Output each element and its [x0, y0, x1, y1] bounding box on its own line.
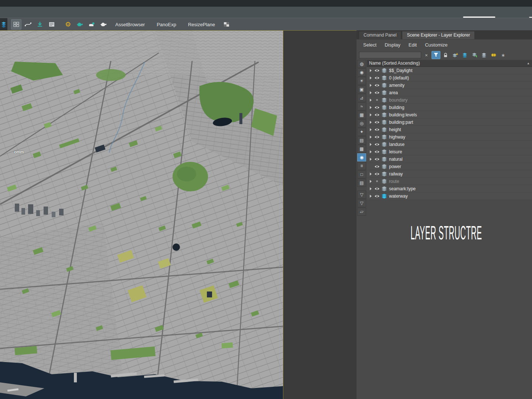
cameras-filter-icon[interactable]: ▣	[357, 85, 366, 93]
panel-handle[interactable]	[0, 18, 7, 31]
layer-name[interactable]: building:levels	[389, 112, 417, 117]
menu-display[interactable]: Display	[385, 42, 400, 48]
layer-name[interactable]: highway	[389, 134, 405, 140]
import-button[interactable]	[35, 19, 45, 30]
grid-view-button[interactable]	[11, 19, 21, 30]
layer-row[interactable]: building	[367, 104, 532, 111]
expand-arrow-icon[interactable]	[370, 91, 372, 94]
layer-name[interactable]: seamark:type	[389, 186, 416, 191]
expand-arrow-icon[interactable]	[370, 99, 372, 102]
settings-gear-button[interactable]: ⚙	[63, 19, 73, 30]
render-teapot-teal-button[interactable]	[75, 19, 85, 30]
expand-arrow-icon[interactable]	[370, 121, 372, 124]
spacewarps-filter-icon[interactable]: ≈	[357, 102, 366, 110]
list-header[interactable]: Name (Sorted Ascending) ▲	[367, 60, 532, 67]
layer-row[interactable]: building:levels	[367, 111, 532, 119]
layer-row[interactable]: power	[367, 163, 532, 170]
groups-filter-icon[interactable]: ▦	[357, 111, 366, 119]
menu-select[interactable]: Select	[363, 42, 376, 48]
layer-name[interactable]: height	[389, 127, 401, 132]
resize-plane-button[interactable]: ResizePlane	[184, 20, 219, 30]
expand-arrow-icon[interactable]	[370, 150, 372, 153]
visibility-toggle[interactable]	[374, 91, 381, 95]
layer-row[interactable]: landuse	[367, 141, 532, 148]
layer-row[interactable]: $$_Daylight	[367, 67, 532, 74]
tab-command-panel[interactable]: Command Panel	[359, 31, 401, 39]
layer-row[interactable]: seamark:type	[367, 185, 532, 192]
layer-row[interactable]: area	[367, 89, 532, 96]
snowflake-button[interactable]: ∗	[499, 51, 508, 59]
clear-search-button[interactable]: ×	[422, 51, 431, 59]
spreadsheet-button[interactable]	[47, 19, 57, 30]
layer-row[interactable]: leisure	[367, 148, 532, 156]
tab-scene-explorer-layer-explorer[interactable]: Scene Explorer - Layer Explorer	[402, 31, 475, 39]
clear-filter-icon[interactable]: ▽	[357, 191, 366, 199]
layer-name[interactable]: amenity	[389, 83, 405, 88]
add-to-layer-button[interactable]	[470, 51, 479, 59]
expand-arrow-icon[interactable]	[370, 69, 372, 72]
pano-exp-button[interactable]: PanoExp	[153, 20, 180, 30]
filter-icon[interactable]: ▽	[357, 199, 366, 207]
expand-arrow-icon[interactable]	[370, 180, 372, 183]
layer-row[interactable]: building:part	[367, 119, 532, 126]
layer-name[interactable]: building	[389, 105, 404, 110]
visibility-toggle[interactable]	[374, 157, 381, 161]
layer-row[interactable]: railway	[367, 170, 532, 178]
expand-arrow-icon[interactable]	[370, 158, 372, 161]
layer-name[interactable]: boundary	[389, 98, 407, 103]
layer-row[interactable]: route	[367, 178, 532, 185]
layer-name[interactable]: railway	[389, 171, 403, 177]
lights-filter-icon[interactable]: ☀	[357, 77, 366, 85]
layer-name[interactable]: power	[389, 164, 401, 169]
expand-arrow-icon[interactable]	[370, 76, 372, 79]
visibility-toggle[interactable]	[374, 83, 381, 87]
visibility-filter-icon[interactable]: ◉	[357, 153, 366, 161]
display-filter-icon[interactable]: ◍	[357, 60, 366, 68]
visibility-toggle[interactable]	[374, 194, 381, 198]
visibility-toggle[interactable]	[374, 135, 381, 139]
search-input[interactable]	[359, 52, 421, 58]
expand-arrow-icon[interactable]	[370, 113, 372, 116]
visibility-toggle[interactable]	[374, 180, 381, 182]
layer-name[interactable]: building:part	[389, 120, 413, 125]
layer-name[interactable]: area	[389, 90, 398, 95]
layer-name[interactable]: natural	[389, 157, 403, 162]
material-hand-button[interactable]	[86, 19, 97, 30]
layer-name[interactable]: route	[389, 179, 399, 184]
expand-arrow-icon[interactable]	[370, 187, 372, 190]
layer-row[interactable]: amenity	[367, 82, 532, 89]
expand-arrow-icon[interactable]	[370, 173, 372, 175]
folder-icon[interactable]: ▱	[357, 208, 366, 216]
layer-row[interactable]: height	[367, 126, 532, 133]
layer-row[interactable]: natural	[367, 156, 532, 163]
visibility-toggle[interactable]	[374, 106, 381, 109]
expand-arrow-icon[interactable]	[370, 106, 372, 109]
layer-name[interactable]: waterway	[389, 194, 408, 199]
layers-blue-button[interactable]	[460, 51, 469, 59]
select-layer-objects-button[interactable]	[480, 51, 488, 59]
visibility-toggle[interactable]	[374, 69, 381, 72]
layer-row[interactable]: waterway	[367, 192, 532, 200]
expand-arrow-icon[interactable]	[370, 128, 372, 131]
filter-button[interactable]	[432, 51, 440, 59]
menu-customize[interactable]: Customize	[425, 42, 447, 48]
visibility-toggle[interactable]	[374, 165, 381, 168]
visibility-toggle[interactable]	[374, 143, 381, 146]
asset-browser-button[interactable]: AssetBrowser	[112, 20, 149, 30]
visibility-toggle[interactable]	[374, 113, 381, 117]
expand-arrow-icon[interactable]	[370, 136, 372, 139]
menu-edit[interactable]: Edit	[409, 42, 417, 48]
grid-filter-icon[interactable]: ▩	[357, 145, 366, 153]
visibility-toggle[interactable]	[374, 120, 381, 124]
render-teapot-white-button[interactable]	[98, 19, 109, 30]
visibility-toggle[interactable]	[374, 128, 381, 132]
lock-layers-button[interactable]	[441, 51, 450, 59]
layer-row[interactable]: 0 (default)	[367, 74, 532, 82]
notes-icon[interactable]: ▤	[357, 179, 366, 187]
list-view-icon[interactable]: ≡	[357, 162, 366, 170]
geometry-filter-icon[interactable]: ◉	[357, 68, 366, 76]
expand-arrow-icon[interactable]	[370, 84, 372, 87]
viewport[interactable]: omm	[0, 30, 283, 399]
layer-name[interactable]: $$_Daylight	[389, 68, 412, 73]
containers-filter-icon[interactable]: ▤	[357, 136, 366, 144]
